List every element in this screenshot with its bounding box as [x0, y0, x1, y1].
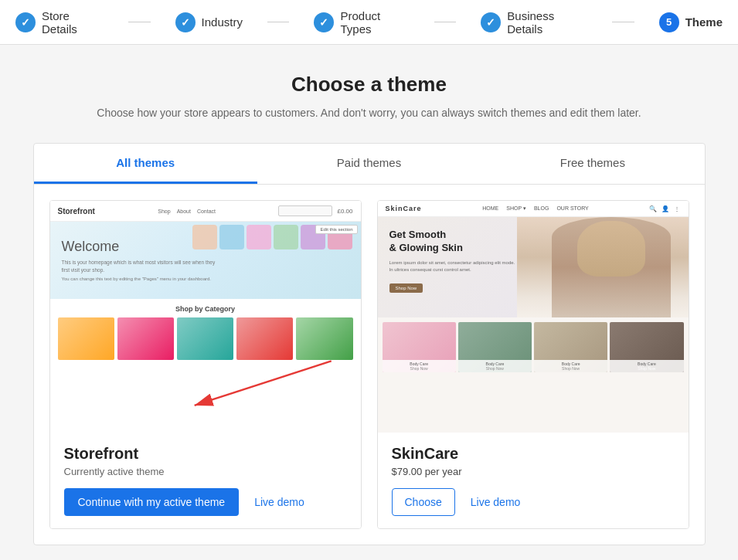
main-content: Choose a theme Choose how your store app…: [0, 45, 738, 560]
tab-bar: All themes Paid themes Free themes: [34, 144, 705, 185]
page-title: Choose a theme: [15, 73, 723, 97]
step-store-details-label: Store Details: [42, 9, 104, 36]
page-heading: Choose a theme Choose how your store app…: [15, 73, 723, 121]
storefront-actions: Continue with my active theme Live demo: [64, 488, 347, 516]
skincare-live-demo-button[interactable]: Live demo: [471, 496, 521, 508]
sc-product-3: Body CareShop Now: [534, 322, 607, 372]
step-business-details-label: Business Details: [507, 9, 587, 36]
storefront-live-demo-button[interactable]: Live demo: [254, 496, 304, 508]
step-number-icon: 5: [659, 12, 679, 32]
step-business-details: Business Details: [481, 9, 587, 36]
step-product-types-label: Product Types: [340, 9, 409, 36]
sf-hero: Welcome This is your homepage which is w…: [50, 222, 361, 299]
step-theme: 5 Theme: [659, 12, 723, 32]
step-product-types: Product Types: [314, 9, 409, 36]
step-check-icon-3: [314, 12, 334, 32]
step-industry-label: Industry: [202, 15, 243, 29]
sc-nav: HOME SHOP ▾ BLOG OUR STORY: [482, 205, 588, 212]
sf-edit-section-btn[interactable]: Edit this section: [315, 225, 357, 234]
storefront-footer: Storefront Currently active theme Contin…: [50, 433, 361, 528]
sc-product-2: Body CareShop Now: [458, 322, 532, 372]
cat-item-4: [236, 317, 293, 360]
sf-hero-text: Welcome: [62, 239, 361, 255]
tab-free-themes[interactable]: Free themes: [481, 144, 704, 184]
cat-item-2: [117, 317, 174, 360]
sf-navbar: Storefront Shop About Contact £0.00: [50, 201, 361, 222]
sc-search-icon: 🔍: [649, 205, 657, 212]
step-divider-3: [434, 22, 457, 22]
sc-hero: Get Smooth& Glowing Skin Lorem ipsum dol…: [378, 217, 689, 317]
sf-category-grid: [58, 317, 353, 360]
step-check-icon: [15, 12, 36, 32]
sc-shop-now-btn[interactable]: Shop Now: [389, 283, 423, 293]
sc-product-1: Body CareShop Now: [383, 322, 456, 372]
tab-all-themes[interactable]: All themes: [34, 144, 257, 184]
step-check-icon-4: [481, 12, 501, 32]
continue-active-theme-button[interactable]: Continue with my active theme: [64, 488, 240, 516]
step-industry: Industry: [175, 12, 243, 32]
sc-menu-icon: ⋮: [674, 205, 680, 212]
storefront-name: Storefront: [64, 445, 347, 463]
top-navigation: Store Details Industry Product Types Bus…: [0, 0, 738, 45]
skincare-name: SkinCare: [392, 445, 675, 463]
theme-tab-container: All themes Paid themes Free themes Store…: [33, 143, 706, 545]
cat-item-1: [58, 317, 114, 360]
choose-skincare-button[interactable]: Choose: [392, 488, 455, 516]
step-divider-2: [267, 22, 290, 22]
sf-category-section: Shop by Category: [50, 299, 361, 366]
step-divider-4: [612, 22, 634, 22]
step-divider-1: [128, 22, 151, 22]
cat-item-5: [296, 317, 352, 360]
storefront-status: Currently active theme: [64, 466, 347, 477]
step-list: Store Details Industry Product Types Bus…: [15, 9, 723, 36]
page-subtitle: Choose how your store appears to custome…: [15, 104, 723, 121]
sc-navbar: SkinCare HOME SHOP ▾ BLOG OUR STORY 🔍 👤 …: [378, 201, 689, 217]
sc-products-grid: Body CareShop Now Body CareShop Now Body…: [378, 317, 689, 377]
skincare-footer: SkinCare $79.00 per year Choose Live dem…: [378, 433, 689, 528]
sc-product-4: Body CareShop Now: [610, 322, 683, 372]
cat-item-3: [177, 317, 233, 360]
theme-grid: Storefront Shop About Contact £0.00: [34, 185, 705, 545]
sf-logo: Storefront: [58, 207, 95, 216]
skincare-preview: SkinCare HOME SHOP ▾ BLOG OUR STORY 🔍 👤 …: [378, 201, 689, 433]
step-theme-label: Theme: [685, 15, 723, 29]
sf-nav: Shop About Contact: [158, 209, 216, 214]
theme-card-storefront: Storefront Shop About Contact £0.00: [49, 200, 362, 529]
sf-search-bar: [278, 205, 332, 216]
storefront-preview: Storefront Shop About Contact £0.00: [50, 201, 361, 433]
step-store-details: Store Details: [15, 9, 104, 36]
sc-account-icon: 👤: [661, 205, 669, 212]
theme-card-skincare: SkinCare HOME SHOP ▾ BLOG OUR STORY 🔍 👤 …: [377, 200, 689, 529]
sc-logo: SkinCare: [386, 205, 422, 212]
sf-category-title: Shop by Category: [58, 305, 353, 313]
step-check-icon-2: [175, 12, 196, 32]
skincare-price: $79.00 per year: [392, 466, 675, 477]
tab-paid-themes[interactable]: Paid themes: [257, 144, 481, 184]
skincare-actions: Choose Live demo: [392, 488, 675, 516]
